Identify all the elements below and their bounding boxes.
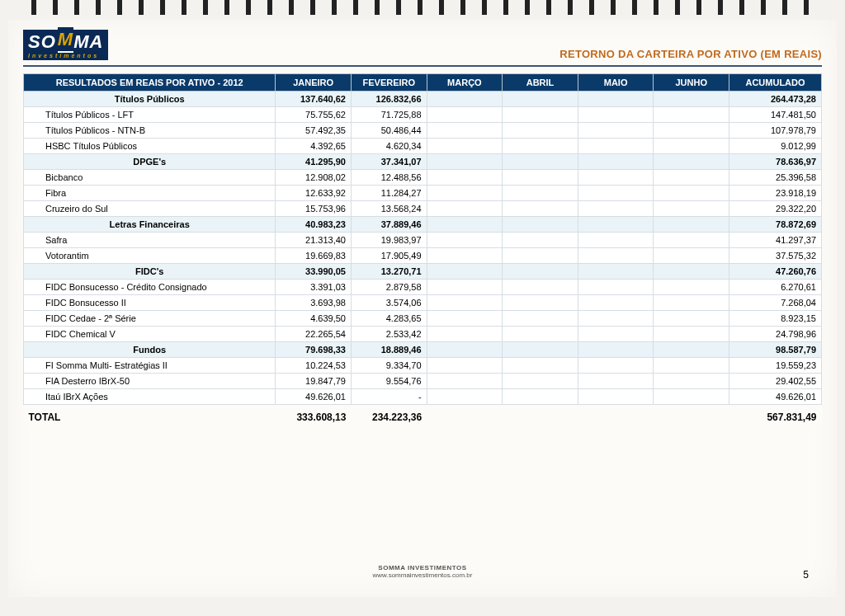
row-value: 147.481,50: [729, 107, 822, 123]
row-value: [503, 405, 578, 426]
row-label: DPGE's: [24, 154, 276, 170]
row-value: 71.725,88: [351, 107, 427, 123]
table-row: FIDC Cedae - 2ª Série4.639,504.283,658.9…: [24, 311, 822, 327]
row-value: [578, 280, 654, 295]
table-row: Safra21.313,4019.983,9741.297,37: [24, 233, 822, 248]
table-row: Bicbanco12.908,0212.488,5625.396,58: [24, 170, 822, 186]
row-value: [578, 389, 654, 405]
row-value: [503, 280, 578, 295]
row-value: 78.636,97: [729, 154, 822, 170]
col-abril: ABRIL: [503, 74, 578, 92]
page-number: 5: [803, 569, 809, 581]
row-value: 9.334,70: [351, 358, 427, 374]
row-value: 41.295,90: [276, 154, 352, 170]
table-row: HSBC Títulos Públicos4.392,654.620,349.0…: [24, 139, 822, 154]
table-row: Itaú IBrX Ações49.626,01-49.626,01: [24, 389, 822, 405]
footer-url: www.sommainvestimentos.com.br: [8, 571, 837, 579]
row-value: [427, 405, 503, 426]
row-value: [654, 154, 729, 170]
row-value: 41.297,37: [729, 233, 822, 248]
row-value: [578, 170, 654, 186]
row-value: [578, 295, 654, 311]
row-value: [578, 123, 654, 139]
row-value: [654, 107, 729, 123]
row-value: [503, 342, 578, 358]
row-value: [654, 217, 729, 233]
row-value: [427, 107, 503, 123]
row-label: Letras Financeiras: [24, 217, 276, 233]
row-value: [503, 217, 578, 233]
row-value: [503, 123, 578, 139]
row-value: 21.313,40: [276, 233, 352, 248]
results-table: RESULTADOS EM REAIS POR ATIVO - 2012 JAN…: [23, 73, 822, 426]
row-value: [654, 201, 729, 217]
row-value: 19.669,83: [276, 248, 352, 264]
row-value: [503, 170, 578, 186]
row-value: 4.283,65: [351, 311, 427, 327]
row-value: [654, 233, 729, 248]
row-value: 25.396,58: [729, 170, 822, 186]
row-value: 4.392,65: [276, 139, 352, 154]
row-value: 13.568,24: [351, 201, 427, 217]
row-value: [503, 295, 578, 311]
row-label: FIDC Bonsucesso - Crédito Consignado: [24, 280, 276, 295]
row-value: 15.753,96: [276, 201, 352, 217]
row-value: 49.626,01: [276, 389, 352, 405]
page-sheet: SOMMA Investimentos RETORNO DA CARTEIRA …: [8, 20, 837, 597]
row-value: [578, 186, 654, 201]
row-value: [654, 280, 729, 295]
page-header: SOMMA Investimentos RETORNO DA CARTEIRA …: [23, 31, 822, 60]
group-row: DPGE's41.295,9037.341,0778.636,97: [24, 154, 822, 170]
group-row: Títulos Públicos137.640,62126.832,66264.…: [24, 92, 822, 107]
row-value: 107.978,79: [729, 123, 822, 139]
row-value: [578, 374, 654, 389]
group-row: Fundos79.698,3318.889,4698.587,79: [24, 342, 822, 358]
page-footer: SOMMA INVESTIMENTOS www.sommainvestiment…: [8, 564, 837, 579]
row-value: [427, 123, 503, 139]
row-value: 12.488,56: [351, 170, 427, 186]
group-row: Letras Financeiras40.983,2337.889,4678.8…: [24, 217, 822, 233]
row-value: [427, 233, 503, 248]
row-value: 3.574,06: [351, 295, 427, 311]
row-value: 18.889,46: [351, 342, 427, 358]
row-value: 37.889,46: [351, 217, 427, 233]
row-label: HSBC Títulos Públicos: [24, 139, 276, 154]
header-rule: [23, 65, 822, 67]
row-value: [654, 342, 729, 358]
row-value: 98.587,79: [729, 342, 822, 358]
row-value: 78.872,69: [729, 217, 822, 233]
row-value: [578, 342, 654, 358]
row-value: 8.923,15: [729, 311, 822, 327]
row-label: Títulos Públicos - LFT: [24, 107, 276, 123]
row-label: FIDC's: [24, 264, 276, 280]
row-value: 49.626,01: [729, 389, 822, 405]
row-value: 10.224,53: [276, 358, 352, 374]
row-value: [427, 311, 503, 327]
row-value: [503, 92, 578, 107]
row-value: [578, 358, 654, 374]
row-value: [427, 217, 503, 233]
row-value: [427, 201, 503, 217]
row-value: 126.832,66: [351, 92, 427, 107]
row-value: 11.284,27: [351, 186, 427, 201]
row-value: 2.879,58: [351, 280, 427, 295]
row-label: FIDC Cedae - 2ª Série: [24, 311, 276, 327]
row-value: [503, 311, 578, 327]
row-value: [654, 248, 729, 264]
row-value: [578, 405, 654, 426]
row-value: [427, 358, 503, 374]
row-value: 9.554,76: [351, 374, 427, 389]
row-value: [654, 389, 729, 405]
row-value: 6.270,61: [729, 280, 822, 295]
col-marco: MARÇO: [427, 74, 503, 92]
col-title: RESULTADOS EM REAIS POR ATIVO - 2012: [24, 74, 276, 92]
row-label: FIDC Chemical V: [24, 327, 276, 342]
row-value: [578, 311, 654, 327]
row-value: [427, 170, 503, 186]
row-value: 37.575,32: [729, 248, 822, 264]
row-value: [427, 92, 503, 107]
row-value: [654, 311, 729, 327]
table-row: Títulos Públicos - NTN-B57.492,3550.486,…: [24, 123, 822, 139]
row-value: 567.831,49: [729, 405, 822, 426]
row-value: [427, 342, 503, 358]
